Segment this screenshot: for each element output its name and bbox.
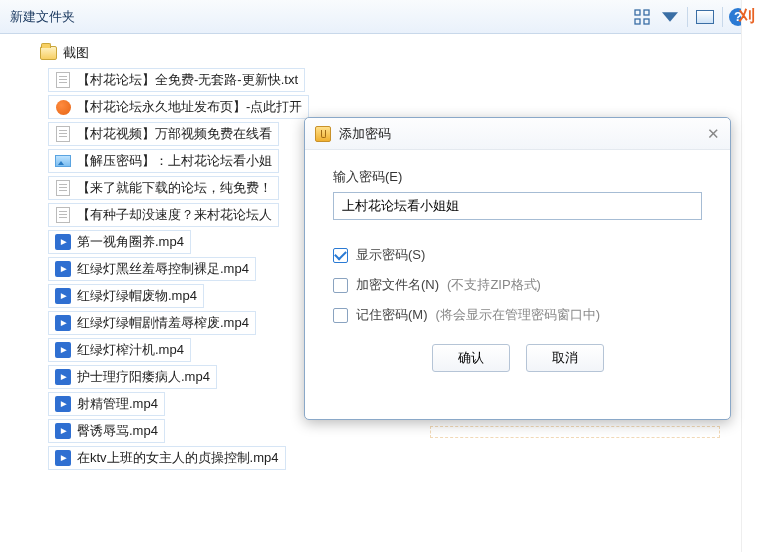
- file-item[interactable]: 红绿灯绿帽剧情羞辱榨废.mp4: [48, 311, 256, 335]
- dialog-body: 输入密码(E) 显示密码(S) 加密文件名(N) (不支持ZIP格式) 记住密码…: [305, 150, 730, 390]
- view-grid-icon[interactable]: [631, 6, 653, 28]
- file-name-label: 护士理疗阳痿病人.mp4: [77, 368, 210, 386]
- toolbar-separator: [687, 7, 688, 27]
- text-file-icon: [55, 180, 71, 196]
- file-item[interactable]: 【村花论坛永久地址发布页】-点此打开: [48, 95, 309, 119]
- file-item[interactable]: 红绿灯绿帽废物.mp4: [48, 284, 204, 308]
- edge-accent-text: 刈: [739, 6, 755, 27]
- file-item[interactable]: 护士理疗阳痿病人.mp4: [48, 365, 217, 389]
- dialog-button-row: 确认 取消: [333, 344, 702, 372]
- video-file-icon: [55, 342, 71, 358]
- titlebar-toolbar: ?: [631, 6, 747, 28]
- file-name-label: 第一视角圈养.mp4: [77, 233, 184, 251]
- file-name-label: 【来了就能下载的论坛，纯免费！: [77, 179, 272, 197]
- file-item[interactable]: 红绿灯榨汁机.mp4: [48, 338, 191, 362]
- text-file-icon: [55, 207, 71, 223]
- video-file-icon: [55, 396, 71, 412]
- password-input-label: 输入密码(E): [333, 168, 702, 186]
- video-file-icon: [55, 261, 71, 277]
- remember-password-hint: (将会显示在管理密码窗口中): [436, 306, 601, 324]
- file-name-label: 红绿灯绿帽剧情羞辱榨废.mp4: [77, 314, 249, 332]
- video-file-icon: [55, 234, 71, 250]
- archive-lock-icon: [315, 126, 331, 142]
- video-file-icon: [55, 369, 71, 385]
- preview-pane-icon[interactable]: [694, 6, 716, 28]
- text-file-icon: [55, 126, 71, 142]
- file-name-label: 红绿灯黑丝羞辱控制裸足.mp4: [77, 260, 249, 278]
- folder-icon: [40, 46, 57, 60]
- file-name-label: 【村花论坛永久地址发布页】-点此打开: [77, 98, 302, 116]
- dialog-title: 添加密码: [339, 125, 699, 143]
- window-title: 新建文件夹: [10, 8, 631, 26]
- right-edge-strip: [741, 0, 757, 552]
- file-item[interactable]: 【来了就能下载的论坛，纯免费！: [48, 176, 279, 200]
- password-dialog: 添加密码 ✕ 输入密码(E) 显示密码(S) 加密文件名(N) (不支持ZIP格…: [304, 117, 731, 420]
- video-file-icon: [55, 288, 71, 304]
- remember-password-checkbox-row[interactable]: 记住密码(M) (将会显示在管理密码窗口中): [333, 306, 702, 324]
- show-password-label: 显示密码(S): [356, 246, 425, 264]
- video-file-icon: [55, 423, 71, 439]
- svg-rect-1: [644, 10, 649, 15]
- file-name-label: 在ktv上班的女主人的贞操控制.mp4: [77, 449, 279, 467]
- file-name-label: 【有种子却没速度？来村花论坛人: [77, 206, 272, 224]
- encrypt-filename-label: 加密文件名(N): [356, 276, 439, 294]
- file-name-label: 红绿灯绿帽废物.mp4: [77, 287, 197, 305]
- file-item[interactable]: 第一视角圈养.mp4: [48, 230, 191, 254]
- toolbar-separator: [722, 7, 723, 27]
- video-file-icon: [55, 315, 71, 331]
- file-item[interactable]: 【有种子却没速度？来村花论坛人: [48, 203, 279, 227]
- image-file-icon: [55, 153, 71, 169]
- file-item[interactable]: 红绿灯黑丝羞辱控制裸足.mp4: [48, 257, 256, 281]
- checkbox-icon: [333, 278, 348, 293]
- dropdown-chevron-icon[interactable]: [659, 6, 681, 28]
- folder-label: 截图: [63, 44, 89, 62]
- globe-icon: [55, 99, 71, 115]
- remember-password-label: 记住密码(M): [356, 306, 428, 324]
- file-name-label: 【村花论坛】全免费-无套路-更新快.txt: [77, 71, 298, 89]
- file-item[interactable]: 【村花论坛】全免费-无套路-更新快.txt: [48, 68, 305, 92]
- encrypt-filename-checkbox-row[interactable]: 加密文件名(N) (不支持ZIP格式): [333, 276, 702, 294]
- window-titlebar: 新建文件夹 ?: [0, 0, 757, 34]
- file-name-label: 臀诱辱骂.mp4: [77, 422, 158, 440]
- file-item[interactable]: 【解压密码】：上村花论坛看小姐: [48, 149, 279, 173]
- file-item[interactable]: 射精管理.mp4: [48, 392, 165, 416]
- close-icon[interactable]: ✕: [707, 125, 720, 143]
- encrypt-filename-hint: (不支持ZIP格式): [447, 276, 541, 294]
- file-item[interactable]: 臀诱辱骂.mp4: [48, 419, 165, 443]
- file-name-label: 红绿灯榨汁机.mp4: [77, 341, 184, 359]
- file-item[interactable]: 在ktv上班的女主人的贞操控制.mp4: [48, 446, 286, 470]
- ok-button[interactable]: 确认: [432, 344, 510, 372]
- background-panel-fragment: [430, 426, 720, 438]
- file-name-label: 【村花视频】万部视频免费在线看: [77, 125, 272, 143]
- svg-rect-2: [635, 19, 640, 24]
- checkbox-checked-icon: [333, 248, 348, 263]
- password-input[interactable]: [333, 192, 702, 220]
- checkbox-icon: [333, 308, 348, 323]
- text-file-icon: [55, 72, 71, 88]
- checkbox-group: 显示密码(S) 加密文件名(N) (不支持ZIP格式) 记住密码(M) (将会显…: [333, 246, 702, 324]
- cancel-button[interactable]: 取消: [526, 344, 604, 372]
- file-name-label: 【解压密码】：上村花论坛看小姐: [77, 152, 272, 170]
- svg-rect-3: [644, 19, 649, 24]
- file-name-label: 射精管理.mp4: [77, 395, 158, 413]
- folder-row[interactable]: 截图: [12, 42, 745, 68]
- dialog-titlebar: 添加密码 ✕: [305, 118, 730, 150]
- video-file-icon: [55, 450, 71, 466]
- svg-rect-0: [635, 10, 640, 15]
- file-item[interactable]: 【村花视频】万部视频免费在线看: [48, 122, 279, 146]
- show-password-checkbox-row[interactable]: 显示密码(S): [333, 246, 702, 264]
